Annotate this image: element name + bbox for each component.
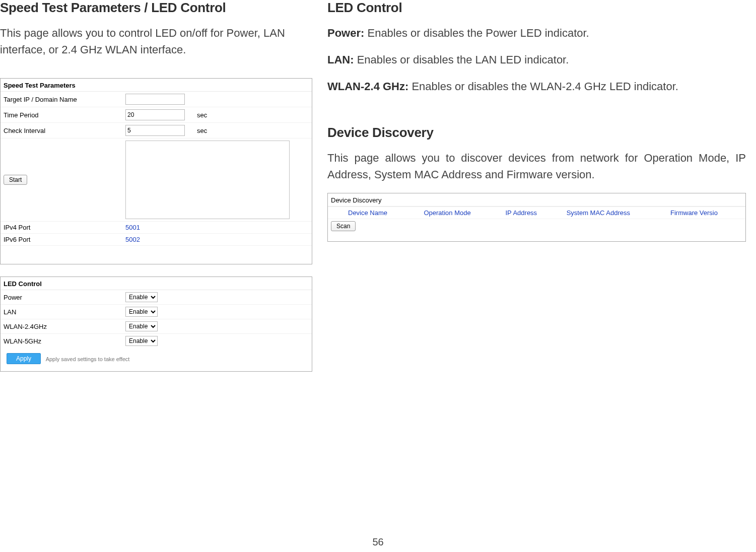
apply-note: Apply saved settings to take effect xyxy=(46,356,130,362)
power-bold: Power: xyxy=(327,27,364,39)
ipv4-port-value: 5001 xyxy=(125,224,140,231)
check-interval-input[interactable] xyxy=(125,125,185,136)
led-power-label: Power xyxy=(1,290,122,305)
ipv6-port-value: 5002 xyxy=(125,236,140,243)
speed-test-panel-title: Speed Test Parameters xyxy=(1,79,312,92)
wlan-desc: WLAN-2.4 GHz: Enables or disables the WL… xyxy=(327,78,746,95)
speed-test-panel: Speed Test Parameters Target IP / Domain… xyxy=(0,78,312,264)
power-rest: Enables or disables the Power LED indica… xyxy=(364,27,589,39)
lan-rest: Enables or disables the LAN LED indicato… xyxy=(354,53,569,66)
led-wlan24-select[interactable]: Enable xyxy=(125,321,158,331)
time-period-input[interactable] xyxy=(125,109,185,120)
device-discovery-intro: This page allows you to discover devices… xyxy=(327,150,746,183)
check-interval-unit: sec xyxy=(194,123,312,139)
intro-text: This page allows you to control LED on/o… xyxy=(0,25,312,58)
power-desc: Power: Enables or disables the Power LED… xyxy=(327,25,746,41)
ipv4-port-label: IPv4 Port xyxy=(1,222,122,234)
led-control-table: Power Enable LAN Enable WLAN-2.4GHz Enab… xyxy=(1,290,312,371)
dd-header-3: System MAC Address xyxy=(560,207,663,219)
time-period-label: Time Period xyxy=(1,107,122,123)
device-discovery-panel: Device Discovery Device Name Operation M… xyxy=(327,193,746,242)
scan-button[interactable]: Scan xyxy=(331,221,356,231)
led-lan-label: LAN xyxy=(1,305,122,319)
dd-header-4: Firmware Versio xyxy=(663,207,745,219)
check-interval-label: Check Interval xyxy=(1,123,122,139)
apply-button[interactable]: Apply xyxy=(7,353,41,364)
heading-speed-led: Speed Test Parameters / LED Control xyxy=(0,0,312,16)
wlan-rest: Enables or disables the WLAN-2.4 GHz LED… xyxy=(408,80,678,93)
dd-header-0: Device Name xyxy=(328,207,417,219)
lan-bold: LAN: xyxy=(327,53,354,66)
start-button[interactable]: Start xyxy=(4,175,27,185)
wlan-bold: WLAN-2.4 GHz: xyxy=(327,80,408,93)
led-control-panel: LED Control Power Enable LAN Enable WLAN… xyxy=(0,277,312,372)
time-period-unit: sec xyxy=(194,107,312,123)
speed-test-results-textarea[interactable] xyxy=(125,141,290,219)
led-lan-select[interactable]: Enable xyxy=(125,307,158,317)
ipv6-port-label: IPv6 Port xyxy=(1,234,122,246)
target-input[interactable] xyxy=(125,94,185,105)
heading-led-control: LED Control xyxy=(327,0,746,16)
target-label: Target IP / Domain Name xyxy=(1,92,122,107)
speed-test-table: Target IP / Domain Name Time Period sec … xyxy=(1,92,312,264)
device-discovery-table: Device Name Operation Mode IP Address Sy… xyxy=(328,206,745,233)
page-number: 56 xyxy=(0,536,756,548)
led-control-panel-title: LED Control xyxy=(1,277,312,290)
heading-device-discovery: Device Discovery xyxy=(327,125,746,141)
device-discovery-panel-title: Device Discovery xyxy=(328,193,745,206)
led-wlan5-select[interactable]: Enable xyxy=(125,336,158,346)
led-wlan5-label: WLAN-5GHz xyxy=(1,334,122,349)
led-wlan24-label: WLAN-2.4GHz xyxy=(1,319,122,334)
dd-header-1: Operation Mode xyxy=(417,207,498,219)
led-power-select[interactable]: Enable xyxy=(125,292,158,302)
lan-desc: LAN: Enables or disables the LAN LED ind… xyxy=(327,51,746,68)
dd-header-2: IP Address xyxy=(498,207,559,219)
